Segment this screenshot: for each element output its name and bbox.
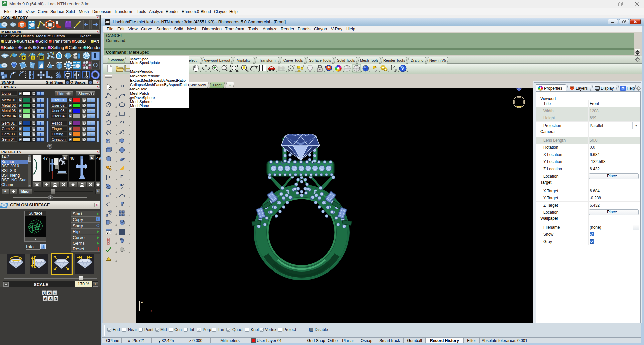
svg-text:47: 47 [43, 156, 48, 161]
svg-text:z: z [141, 299, 143, 303]
svg-text:?: ? [622, 86, 624, 90]
svg-text:?: ? [401, 66, 405, 71]
svg-text:x: x [150, 309, 152, 313]
svg-text:48: 48 [70, 156, 74, 161]
